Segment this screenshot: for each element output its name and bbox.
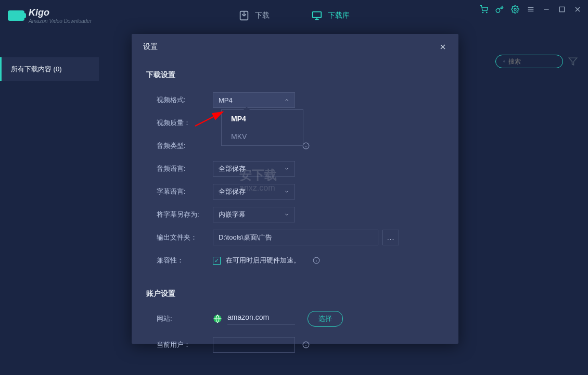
modal-title: 设置 bbox=[143, 42, 158, 52]
app-subtitle: Amazon Video Downloader bbox=[29, 18, 92, 24]
svg-point-14 bbox=[504, 61, 505, 63]
video-quality-label: 视频质量： bbox=[146, 118, 213, 128]
maximize-icon[interactable] bbox=[558, 5, 566, 14]
svg-rect-1 bbox=[313, 12, 322, 18]
monitor-icon bbox=[311, 10, 323, 21]
browse-button[interactable]: ... bbox=[382, 230, 399, 245]
subtitle-lang-select[interactable]: 全部保存 bbox=[213, 184, 295, 199]
tab-download[interactable]: 下载 bbox=[238, 10, 270, 21]
audio-lang-select[interactable]: 全部保存 bbox=[213, 161, 295, 177]
video-format-value: MP4 bbox=[219, 96, 233, 104]
chevron-down-icon bbox=[284, 212, 289, 217]
svg-point-6 bbox=[514, 8, 516, 10]
cart-icon[interactable] bbox=[480, 5, 488, 14]
output-folder-input[interactable] bbox=[213, 230, 378, 245]
app-name: Kigo bbox=[29, 7, 92, 18]
video-format-dropdown: MP4 MKV bbox=[221, 109, 303, 146]
sidebar-item-label: 所有下载内容 (0) bbox=[11, 65, 62, 73]
chevron-down-icon bbox=[284, 189, 289, 194]
svg-marker-16 bbox=[569, 58, 577, 65]
key-icon[interactable] bbox=[495, 5, 504, 14]
modal-close-icon[interactable] bbox=[439, 43, 447, 51]
current-user-label: 当前用户： bbox=[146, 340, 213, 349]
svg-line-15 bbox=[505, 62, 505, 63]
hardware-accel-checkbox[interactable]: ✓ bbox=[213, 257, 221, 265]
video-format-label: 视频格式: bbox=[146, 95, 213, 105]
subtitle-save-label: 将字幕另存为: bbox=[146, 210, 213, 219]
svg-point-5 bbox=[487, 12, 487, 12]
subtitle-lang-label: 字幕语言: bbox=[146, 187, 213, 196]
subtitle-save-select[interactable]: 内嵌字幕 bbox=[213, 207, 295, 222]
output-folder-label: 输出文件夹： bbox=[146, 233, 213, 242]
chevron-up-icon bbox=[284, 97, 289, 103]
search-area bbox=[495, 55, 578, 68]
sidebar: 所有下载内容 (0) bbox=[0, 31, 99, 375]
close-icon[interactable] bbox=[573, 5, 582, 14]
website-value: amazon.com bbox=[227, 313, 295, 325]
svg-point-4 bbox=[482, 12, 483, 12]
main-tabs: 下载 下载库 bbox=[238, 10, 350, 21]
compat-label: 兼容性： bbox=[146, 256, 213, 265]
chevron-down-icon bbox=[284, 166, 289, 171]
website-label: 网站: bbox=[146, 314, 213, 323]
settings-modal: 设置 下载设置 视频格式: MP4 视频质量： 音频类型: 音频语言: 全部保存 bbox=[132, 34, 458, 344]
info-icon[interactable] bbox=[302, 341, 310, 348]
modal-header: 设置 bbox=[132, 34, 458, 60]
info-icon[interactable] bbox=[302, 142, 310, 149]
app-logo: Kigo Amazon Video Downloader bbox=[8, 7, 92, 24]
info-icon[interactable] bbox=[313, 257, 320, 264]
gear-icon[interactable] bbox=[511, 5, 519, 14]
tab-download-label: 下载 bbox=[255, 11, 270, 20]
titlebar: Kigo Amazon Video Downloader 下载 下载库 bbox=[0, 0, 588, 31]
hardware-accel-label: 在可用时启用硬件加速。 bbox=[226, 256, 300, 265]
section-download-settings: 下载设置 bbox=[146, 70, 444, 80]
audio-lang-label: 音频语言: bbox=[146, 164, 213, 173]
subtitle-lang-value: 全部保存 bbox=[219, 187, 246, 196]
search-input[interactable] bbox=[508, 58, 555, 65]
video-format-select[interactable]: MP4 bbox=[213, 92, 295, 108]
filter-icon[interactable] bbox=[568, 57, 578, 66]
sidebar-item-all-downloads[interactable]: 所有下载内容 (0) bbox=[0, 57, 99, 81]
globe-icon bbox=[213, 314, 222, 323]
section-account-settings: 账户设置 bbox=[146, 289, 444, 298]
tab-library[interactable]: 下载库 bbox=[311, 10, 350, 21]
window-controls bbox=[480, 5, 582, 14]
search-box[interactable] bbox=[495, 55, 563, 68]
menu-icon[interactable] bbox=[527, 5, 535, 14]
download-icon bbox=[238, 10, 250, 21]
search-icon bbox=[503, 58, 505, 65]
choose-button[interactable]: 选择 bbox=[308, 311, 343, 327]
dropdown-option-mp4[interactable]: MP4 bbox=[222, 110, 303, 128]
minimize-icon[interactable] bbox=[542, 5, 551, 14]
svg-rect-11 bbox=[559, 7, 564, 11]
audio-lang-value: 全部保存 bbox=[219, 164, 246, 173]
dropdown-option-mkv[interactable]: MKV bbox=[222, 128, 303, 145]
camera-icon bbox=[8, 10, 24, 21]
current-user-input[interactable] bbox=[213, 337, 295, 353]
subtitle-save-value: 内嵌字幕 bbox=[219, 210, 246, 219]
audio-type-label: 音频类型: bbox=[146, 141, 213, 151]
tab-library-label: 下载库 bbox=[328, 11, 350, 20]
